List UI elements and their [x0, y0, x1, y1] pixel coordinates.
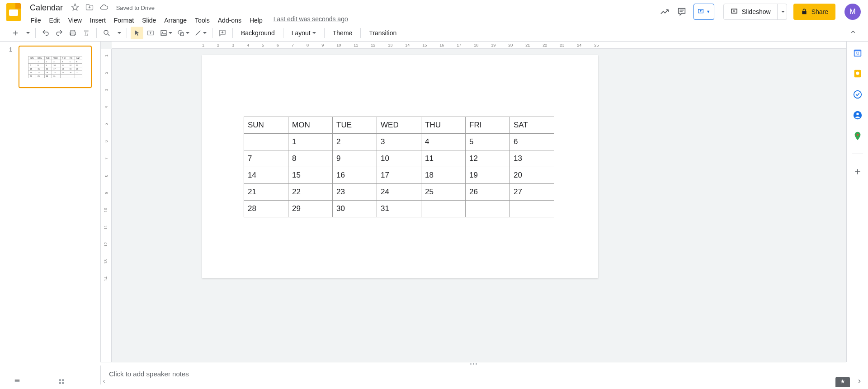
- image-tool[interactable]: [158, 27, 174, 39]
- zoom-button[interactable]: [100, 27, 113, 39]
- calendar-cell[interactable]: 16: [333, 167, 377, 184]
- calendar-cell[interactable]: 3: [377, 134, 421, 150]
- calendar-cell[interactable]: 11: [421, 150, 466, 167]
- calendar-cell[interactable]: 8: [288, 150, 333, 167]
- star-icon[interactable]: [71, 3, 79, 13]
- calendar-cell[interactable]: 28: [28, 74, 36, 78]
- menu-slide[interactable]: Slide: [138, 15, 160, 25]
- calendar-cell[interactable]: 22: [36, 70, 44, 74]
- slideshow-button[interactable]: Slideshow: [724, 4, 778, 19]
- calendar-cell[interactable]: 4: [60, 60, 68, 63]
- side-panel-toggle-icon[interactable]: [856, 378, 863, 386]
- share-button[interactable]: Share: [793, 4, 835, 20]
- menu-view[interactable]: View: [65, 15, 85, 25]
- calendar-cell[interactable]: 15: [288, 167, 333, 184]
- calendar-header-cell[interactable]: WED: [52, 56, 60, 60]
- select-tool[interactable]: [131, 27, 143, 39]
- calendar-sidebar-icon[interactable]: 31: [853, 48, 863, 58]
- calendar-cell[interactable]: [466, 201, 510, 217]
- calendar-header-cell[interactable]: MON: [36, 56, 44, 60]
- calendar-cell[interactable]: 10: [377, 150, 421, 167]
- calendar-header-cell[interactable]: SAT: [510, 117, 554, 134]
- calendar-cell[interactable]: [60, 74, 68, 78]
- account-avatar[interactable]: M: [844, 4, 861, 20]
- paint-format-button[interactable]: [80, 27, 93, 39]
- menu-edit[interactable]: Edit: [46, 15, 64, 25]
- menu-tools[interactable]: Tools: [191, 15, 213, 25]
- calendar-cell[interactable]: 21: [28, 70, 36, 74]
- calendar-cell[interactable]: 24: [377, 184, 421, 201]
- slide-canvas[interactable]: SUNMONTUEWEDTHUFRISAT1234567891011121314…: [202, 55, 598, 278]
- calendar-header-cell[interactable]: TUE: [44, 56, 52, 60]
- calendar-cell[interactable]: 31: [52, 74, 60, 78]
- calendar-cell[interactable]: 14: [28, 67, 36, 70]
- calendar-cell[interactable]: 8: [36, 63, 44, 67]
- grid-view-icon[interactable]: [13, 378, 22, 386]
- calendar-cell[interactable]: [28, 60, 36, 63]
- calendar-cell[interactable]: 27: [75, 70, 82, 74]
- calendar-cell[interactable]: 31: [377, 201, 421, 217]
- contacts-sidebar-icon[interactable]: [853, 110, 863, 120]
- comment-tool[interactable]: [216, 27, 229, 39]
- theme-button[interactable]: Theme: [328, 27, 357, 39]
- new-slide-dropdown[interactable]: [23, 27, 32, 39]
- calendar-cell[interactable]: 13: [75, 63, 82, 67]
- collapse-toolbar-icon[interactable]: [847, 26, 859, 39]
- calendar-cell[interactable]: 30: [333, 201, 377, 217]
- textbox-tool[interactable]: [144, 27, 157, 39]
- layout-button[interactable]: Layout: [287, 27, 321, 39]
- move-icon[interactable]: [85, 3, 94, 13]
- save-status[interactable]: Saved to Drive: [116, 5, 155, 11]
- menu-insert[interactable]: Insert: [86, 15, 109, 25]
- calendar-cell[interactable]: 4: [421, 134, 466, 150]
- calendar-header-cell[interactable]: FRI: [466, 117, 510, 134]
- calendar-cell[interactable]: 10: [52, 63, 60, 67]
- last-edit-link[interactable]: Last edit was seconds ago: [274, 15, 348, 25]
- calendar-header-cell[interactable]: WED: [377, 117, 421, 134]
- calendar-header-cell[interactable]: THU: [60, 56, 68, 60]
- calendar-header-cell[interactable]: SUN: [28, 56, 36, 60]
- calendar-cell[interactable]: 17: [377, 167, 421, 184]
- calendar-cell[interactable]: 28: [244, 201, 288, 217]
- background-button[interactable]: Background: [236, 27, 279, 39]
- keep-sidebar-icon[interactable]: [853, 69, 863, 79]
- calendar-cell[interactable]: 11: [60, 63, 68, 67]
- menu-arrange[interactable]: Arrange: [160, 15, 190, 25]
- menu-file[interactable]: File: [27, 15, 45, 25]
- calendar-cell[interactable]: 19: [68, 67, 75, 70]
- print-button[interactable]: [66, 27, 79, 39]
- calendar-cell[interactable]: 5: [68, 60, 75, 63]
- zoom-dropdown[interactable]: [114, 27, 123, 39]
- calendar-cell[interactable]: 20: [510, 167, 554, 184]
- activity-icon[interactable]: [659, 6, 670, 17]
- transition-button[interactable]: Transition: [364, 27, 401, 39]
- comments-icon[interactable]: [676, 6, 687, 17]
- calendar-cell[interactable]: 2: [333, 134, 377, 150]
- calendar-cell[interactable]: 21: [244, 184, 288, 201]
- calendar-cell[interactable]: 24: [52, 70, 60, 74]
- filmstrip-view-icon[interactable]: [58, 378, 65, 386]
- calendar-header-cell[interactable]: SUN: [244, 117, 288, 134]
- calendar-header-cell[interactable]: MON: [288, 117, 333, 134]
- tasks-sidebar-icon[interactable]: [853, 89, 863, 99]
- calendar-cell[interactable]: 23: [333, 184, 377, 201]
- calendar-cell[interactable]: 26: [68, 70, 75, 74]
- calendar-cell[interactable]: 25: [60, 70, 68, 74]
- calendar-cell[interactable]: 20: [75, 67, 82, 70]
- calendar-cell[interactable]: 22: [288, 184, 333, 201]
- explore-button[interactable]: [835, 377, 850, 387]
- calendar-cell[interactable]: 29: [36, 74, 44, 78]
- calendar-cell[interactable]: 9: [44, 63, 52, 67]
- calendar-cell[interactable]: 18: [421, 167, 466, 184]
- calendar-cell[interactable]: 6: [510, 134, 554, 150]
- notes-resize-handle[interactable]: [100, 362, 846, 366]
- calendar-cell[interactable]: 7: [28, 63, 36, 67]
- app-logo-area[interactable]: [0, 0, 27, 24]
- calendar-cell[interactable]: 26: [466, 184, 510, 201]
- calendar-cell[interactable]: 1: [288, 134, 333, 150]
- filmstrip[interactable]: 1 SUNMONTUEWEDTHUFRISAT12345678910111213…: [0, 42, 100, 362]
- undo-button[interactable]: [39, 27, 52, 39]
- calendar-cell[interactable]: 16: [44, 67, 52, 70]
- calendar-cell[interactable]: 29: [288, 201, 333, 217]
- calendar-cell[interactable]: 7: [244, 150, 288, 167]
